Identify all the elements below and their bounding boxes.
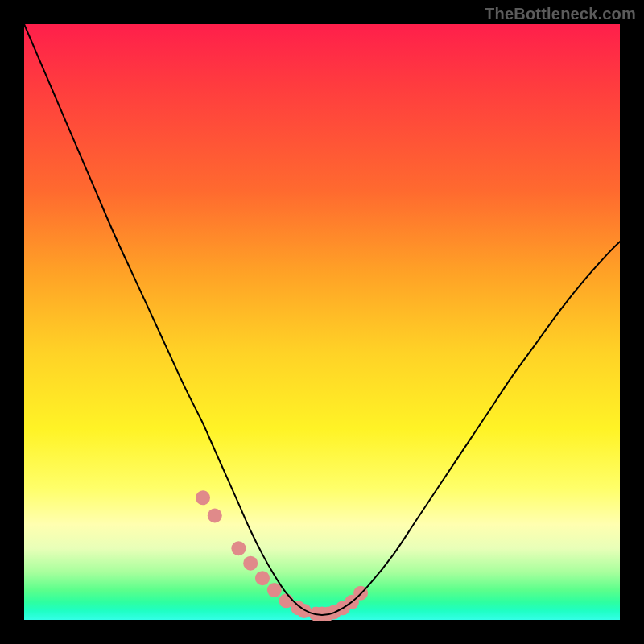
bottleneck-curve [24, 24, 620, 615]
highlight-dot [231, 541, 246, 555]
chart-frame: TheBottleneck.com [0, 0, 644, 644]
plot-area [24, 24, 620, 620]
highlight-dot [243, 556, 258, 571]
highlight-dots [196, 490, 368, 621]
watermark-text: TheBottleneck.com [485, 5, 636, 23]
highlight-dot [267, 583, 282, 597]
highlight-dot [208, 509, 222, 523]
highlight-dot [196, 490, 210, 505]
curve-svg [24, 24, 620, 620]
highlight-dot [255, 571, 270, 585]
